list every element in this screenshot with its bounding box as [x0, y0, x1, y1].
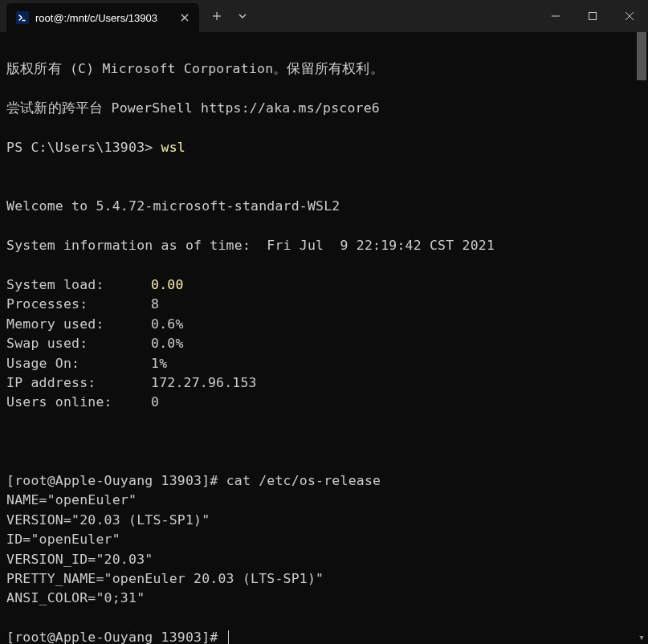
ps-command: wsl [161, 140, 185, 155]
os-release-2: ID="openEuler" [6, 532, 120, 547]
stat-processes: Processes:8 [6, 295, 642, 314]
powershell-icon [16, 11, 29, 24]
os-release-3: VERSION_ID="20.03" [6, 552, 153, 567]
maximize-button[interactable] [574, 0, 611, 32]
pscore-line: 尝试新的跨平台 PowerShell https://aka.ms/pscore… [6, 100, 380, 116]
tab-dropdown-button[interactable] [231, 2, 254, 31]
stat-system-load: System load:0.00 [6, 275, 642, 295]
ps-prompt: PS C:\Users\13903> [6, 140, 161, 155]
stat-ip-address: IP address:172.27.96.153 [6, 373, 642, 393]
titlebar: root@:/mnt/c/Users/13903 [0, 0, 648, 32]
shell-prompt-1: [root@Apple-Ouyang 13903]# [6, 473, 226, 488]
scrollbar[interactable]: ▲ ▼ [635, 32, 648, 644]
os-release-0: NAME="openEuler" [6, 492, 137, 507]
shell-command-1: cat /etc/os-release [226, 473, 381, 488]
os-release-4: PRETTY_NAME="openEuler 20.03 (LTS-SP1)" [6, 571, 324, 586]
tab-actions [202, 0, 254, 32]
cursor-icon [228, 630, 230, 644]
stat-usage-on: Usage On:1% [6, 354, 642, 373]
stat-users-online: Users online:0 [6, 393, 642, 412]
terminal-area[interactable]: 版权所有 (C) Microsoft Corporation。保留所有权利。 尝… [0, 32, 648, 644]
window-controls [537, 0, 648, 32]
sysinfo-header: System information as of time: Fri Jul 9… [6, 238, 495, 253]
stat-swap-used: Swap used:0.0% [6, 334, 642, 353]
active-tab[interactable]: root@:/mnt/c/Users/13903 [6, 3, 199, 32]
svg-rect-7 [589, 13, 597, 20]
stat-memory-used: Memory used:0.6% [6, 315, 642, 334]
close-button[interactable] [611, 0, 648, 32]
os-release-1: VERSION="20.03 (LTS-SP1)" [6, 512, 210, 528]
scroll-down-icon[interactable]: ▼ [635, 631, 648, 644]
copyright-line: 版权所有 (C) Microsoft Corporation。保留所有权利。 [6, 61, 384, 76]
terminal-content[interactable]: 版权所有 (C) Microsoft Corporation。保留所有权利。 尝… [0, 32, 648, 644]
shell-prompt-2: [root@Apple-Ouyang 13903]# [6, 630, 226, 644]
new-tab-button[interactable] [202, 2, 231, 31]
minimize-button[interactable] [537, 0, 574, 32]
tab-close-button[interactable] [177, 10, 193, 26]
scroll-thumb[interactable] [637, 32, 646, 80]
os-release-5: ANSI_COLOR="0;31" [6, 590, 145, 605]
tab-title: root@:/mnt/c/Users/13903 [35, 12, 170, 24]
welcome-line: Welcome to 5.4.72-microsoft-standard-WSL… [6, 198, 340, 214]
